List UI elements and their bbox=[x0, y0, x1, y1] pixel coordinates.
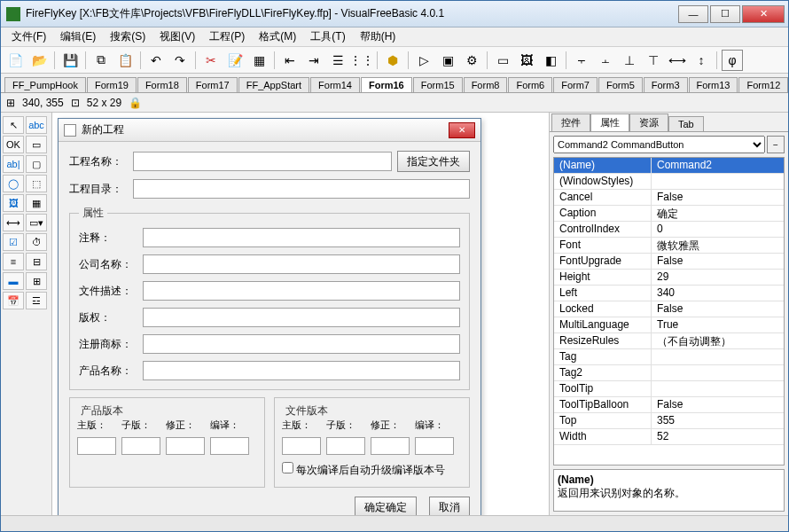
input-proj-dir[interactable] bbox=[133, 179, 470, 199]
property-row[interactable]: Tag bbox=[554, 349, 784, 365]
document-tab[interactable]: FF_PumpHook bbox=[4, 77, 86, 92]
debug-icon[interactable]: ⚙ bbox=[461, 50, 482, 71]
property-row[interactable]: (WindowStyles) bbox=[554, 174, 784, 190]
align-icon[interactable]: ⊤ bbox=[643, 50, 664, 71]
align-icon[interactable]: ⟷ bbox=[667, 50, 688, 71]
input-pv-rev[interactable] bbox=[166, 437, 205, 455]
menu-item[interactable]: 工程(P) bbox=[202, 27, 252, 46]
close-button[interactable]: ✕ bbox=[742, 5, 785, 23]
panel-tab[interactable]: Tab bbox=[668, 116, 704, 131]
property-row[interactable]: MultiLanguageTrue bbox=[554, 317, 784, 333]
document-tab[interactable]: Form6 bbox=[508, 77, 552, 92]
checkbox-auto-upgrade[interactable] bbox=[282, 462, 293, 473]
input-trademark[interactable] bbox=[143, 334, 460, 354]
property-row[interactable]: (Name)Command2 bbox=[554, 158, 784, 174]
build-icon[interactable]: ▣ bbox=[437, 50, 458, 71]
form-icon[interactable]: ◧ bbox=[540, 50, 561, 71]
listview-tool[interactable]: ☲ bbox=[26, 292, 47, 309]
property-row[interactable]: Width52 bbox=[554, 429, 784, 445]
input-fv-minor[interactable] bbox=[326, 437, 365, 455]
property-row[interactable]: ControlIndex0 bbox=[554, 222, 784, 238]
document-tab[interactable]: Form7 bbox=[553, 77, 598, 92]
align-icon[interactable]: ⊥ bbox=[619, 50, 640, 71]
property-row[interactable]: Height29 bbox=[554, 270, 784, 286]
indent-icon[interactable]: ⇤ bbox=[279, 50, 301, 71]
panel-tool[interactable]: ▢ bbox=[26, 155, 47, 173]
document-tab[interactable]: Form17 bbox=[188, 77, 238, 92]
cancel-button[interactable]: 取消 bbox=[429, 497, 470, 515]
document-tab[interactable]: Form16 bbox=[361, 77, 412, 92]
property-row[interactable]: Tag2 bbox=[554, 365, 784, 381]
menu-item[interactable]: 帮助(H) bbox=[353, 27, 403, 46]
panel-tab[interactable]: 控件 bbox=[551, 113, 590, 131]
window-icon[interactable]: ▭ bbox=[492, 50, 513, 71]
input-pv-minor[interactable] bbox=[121, 437, 160, 455]
form-designer[interactable]: 新的工程 ✕ 工程名称： 指定文件夹 工程目录： bbox=[52, 113, 549, 515]
document-tab[interactable]: Form13 bbox=[689, 77, 738, 92]
tool-icon[interactable]: 📝 bbox=[224, 50, 246, 71]
document-tab[interactable]: Form19 bbox=[87, 77, 137, 92]
input-company[interactable] bbox=[143, 254, 460, 274]
property-row[interactable]: ToolTip bbox=[554, 381, 784, 397]
document-tab[interactable]: Form8 bbox=[464, 77, 508, 92]
redo-icon[interactable]: ↷ bbox=[169, 50, 191, 71]
input-fv-major[interactable] bbox=[282, 437, 321, 455]
list-tool[interactable]: ≡ bbox=[3, 253, 24, 270]
property-grid[interactable]: (Name)Command2(WindowStyles)CancelFalseC… bbox=[553, 157, 785, 466]
property-row[interactable]: Font微软雅黑 bbox=[554, 238, 784, 254]
timer-tool[interactable]: ⏱ bbox=[26, 233, 47, 251]
button-tool[interactable]: OK bbox=[3, 136, 24, 153]
property-row[interactable]: Top355 bbox=[554, 413, 784, 429]
align-icon[interactable]: ⫠ bbox=[595, 50, 616, 71]
menu-item[interactable]: 视图(V) bbox=[152, 27, 202, 46]
choose-folder-button[interactable]: 指定文件夹 bbox=[397, 151, 470, 172]
paste-icon[interactable]: 📋 bbox=[114, 50, 136, 71]
document-tab[interactable]: Form12 bbox=[738, 77, 788, 92]
menu-item[interactable]: 文件(F) bbox=[4, 27, 53, 46]
property-row[interactable]: CancelFalse bbox=[554, 190, 784, 206]
minimize-button[interactable]: — bbox=[678, 5, 708, 23]
property-row[interactable]: ResizeRules（不自动调整） bbox=[554, 333, 784, 349]
input-copyright[interactable] bbox=[143, 308, 460, 327]
input-product[interactable] bbox=[143, 361, 460, 380]
pointer-tool[interactable]: ↖ bbox=[3, 116, 24, 134]
input-fv-rev[interactable] bbox=[371, 437, 410, 455]
document-tab[interactable]: Form15 bbox=[413, 77, 463, 92]
property-row[interactable]: FontUpgradeFalse bbox=[554, 254, 784, 270]
collapse-button[interactable]: − bbox=[767, 136, 785, 153]
frame-tool[interactable]: ▭ bbox=[26, 136, 47, 153]
cut-icon[interactable]: ✂ bbox=[200, 50, 222, 71]
cube-icon[interactable]: ⬢ bbox=[382, 50, 403, 71]
input-pv-build[interactable] bbox=[210, 437, 249, 455]
undo-icon[interactable]: ↶ bbox=[145, 50, 167, 71]
document-tab[interactable]: Form14 bbox=[310, 77, 360, 92]
input-comment[interactable] bbox=[143, 228, 460, 247]
align-icon[interactable]: ⫟ bbox=[571, 50, 592, 71]
grid-tool[interactable]: ▦ bbox=[26, 194, 47, 212]
input-proj-name[interactable] bbox=[133, 152, 392, 171]
save-icon[interactable]: 💾 bbox=[59, 50, 81, 71]
textbox-tool[interactable]: ab| bbox=[3, 155, 24, 173]
design-form[interactable]: 新的工程 ✕ 工程名称： 指定文件夹 工程目录： bbox=[58, 118, 481, 515]
lock-icon[interactable]: 🔒 bbox=[129, 97, 142, 109]
property-row[interactable]: ToolTipBalloonFalse bbox=[554, 397, 784, 413]
progress-tool[interactable]: ▬ bbox=[3, 272, 24, 290]
menu-item[interactable]: 工具(T) bbox=[303, 27, 352, 46]
menu-item[interactable]: 搜索(S) bbox=[103, 27, 152, 46]
property-row[interactable]: LockedFalse bbox=[554, 301, 784, 317]
tree-tool[interactable]: ⊟ bbox=[26, 253, 47, 270]
slider-tool[interactable]: ⟷ bbox=[3, 214, 24, 231]
outdent-icon[interactable]: ⇥ bbox=[303, 50, 324, 71]
property-row[interactable]: Caption确定 bbox=[554, 206, 784, 222]
menu-item[interactable]: 格式(M) bbox=[252, 27, 303, 46]
property-row[interactable]: Left340 bbox=[554, 286, 784, 301]
label-tool[interactable]: abc bbox=[26, 116, 47, 134]
tab-tool[interactable]: ⊞ bbox=[26, 272, 47, 290]
group-tool[interactable]: ⬚ bbox=[26, 175, 47, 192]
panel-tab[interactable]: 属性 bbox=[590, 113, 629, 131]
circle-tool[interactable]: ◯ bbox=[3, 175, 24, 192]
combo-tool[interactable]: ▭▾ bbox=[26, 214, 47, 231]
copy-icon[interactable]: ⧉ bbox=[90, 50, 112, 71]
code-icon[interactable]: φ bbox=[722, 50, 743, 71]
document-tab[interactable]: Form5 bbox=[598, 77, 643, 92]
